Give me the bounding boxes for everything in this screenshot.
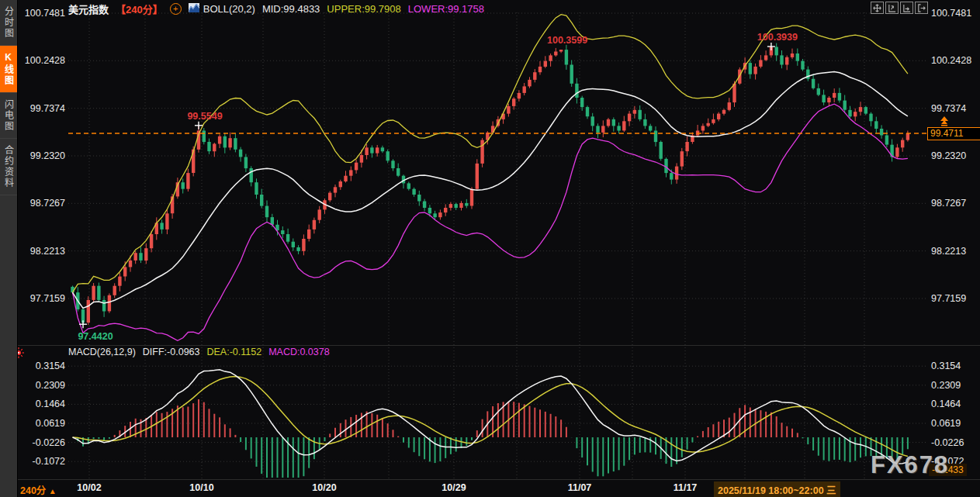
period-selector[interactable]: 240分 ▲ bbox=[20, 482, 57, 497]
macd-axis-label-left: 0.3154 bbox=[36, 361, 65, 371]
sidebar: 分时图K线图闪电图合约资料 bbox=[0, 0, 18, 497]
x-axis-date-label: 10/02 bbox=[66, 482, 113, 493]
time-axis-bar: 240分 ▲ 2025/11/19 18:00~22:00 三 10/0210/… bbox=[17, 480, 980, 497]
sidebar-tab-合约资料[interactable]: 合约资料 bbox=[0, 139, 17, 195]
candle-body bbox=[780, 55, 783, 64]
x-axis-date-label: 10/20 bbox=[301, 482, 348, 493]
candle-body bbox=[349, 170, 352, 175]
candle-body bbox=[260, 195, 263, 206]
symbol-name: 美元指数 bbox=[68, 2, 109, 16]
candle-body bbox=[864, 107, 867, 114]
boll-mid-value: MID:99.4833 bbox=[262, 3, 320, 15]
candle-body bbox=[296, 247, 300, 251]
candle-body bbox=[591, 116, 594, 126]
candle-body bbox=[92, 286, 95, 300]
candle-body bbox=[428, 208, 431, 213]
candle-body bbox=[182, 182, 185, 189]
candle-body bbox=[633, 110, 636, 114]
candle-body bbox=[764, 55, 767, 60]
annotation-label: 99.5549 bbox=[187, 111, 222, 122]
price-annotation: 99.5549 bbox=[187, 111, 222, 129]
candle-body bbox=[186, 173, 189, 189]
candle-body bbox=[660, 142, 663, 159]
candle-body bbox=[407, 183, 410, 188]
candle-body bbox=[775, 47, 778, 56]
macd-dea-line bbox=[73, 377, 908, 457]
candle-body bbox=[281, 230, 284, 234]
candle-body bbox=[339, 181, 342, 187]
candle-body bbox=[313, 220, 316, 230]
candle-body bbox=[355, 163, 358, 171]
y-axis-label-left: 99.7374 bbox=[30, 103, 65, 114]
candle-body bbox=[859, 107, 862, 112]
candle-body bbox=[601, 126, 604, 133]
candle-body bbox=[812, 79, 815, 88]
add-indicator-button[interactable]: + bbox=[170, 3, 182, 15]
sidebar-tab-分时图[interactable]: 分时图 bbox=[0, 0, 17, 46]
candle-body bbox=[538, 67, 542, 72]
candle-body bbox=[286, 234, 289, 242]
candle-body bbox=[701, 126, 705, 130]
candle-body bbox=[423, 202, 426, 209]
y-axis-label-left: 100.2428 bbox=[25, 55, 65, 66]
sidebar-tab-闪电图[interactable]: 闪电图 bbox=[0, 93, 17, 139]
period-badge[interactable]: 【240分】 bbox=[116, 2, 163, 16]
candle-body bbox=[586, 107, 589, 116]
candle-body bbox=[417, 195, 421, 202]
macd-dea-value: DEA:-0.1152 bbox=[206, 347, 261, 357]
x-axis-scale-button[interactable] bbox=[900, 2, 913, 14]
candle-body bbox=[628, 114, 631, 122]
chart-canvas[interactable]: 99.5549100.3599100.393997.4420100.748110… bbox=[0, 0, 980, 497]
candle-body bbox=[869, 114, 872, 122]
pan-right-button[interactable] bbox=[915, 2, 928, 14]
candle-body bbox=[685, 142, 688, 151]
candle-body bbox=[874, 121, 878, 129]
macd-diff-value: DIFF:-0.0963 bbox=[143, 347, 200, 357]
candle-body bbox=[334, 187, 337, 192]
candle-body bbox=[675, 167, 678, 180]
candle-body bbox=[707, 123, 710, 126]
candle-body bbox=[796, 53, 799, 61]
x-axis-date-label: 11/07 bbox=[556, 482, 603, 493]
candle-body bbox=[728, 102, 731, 110]
sidebar-tab-K线图[interactable]: K线图 bbox=[0, 46, 17, 93]
candle-body bbox=[854, 112, 857, 116]
x-axis-date-label: 11/17 bbox=[662, 482, 708, 493]
y-axis-label-right: 100.7481 bbox=[931, 8, 971, 19]
candle-body bbox=[203, 131, 206, 143]
y-axis-scale-button[interactable] bbox=[885, 2, 899, 14]
candle-body bbox=[123, 267, 126, 276]
boll-label: BOLL(20,2) bbox=[203, 3, 255, 15]
candle-body bbox=[607, 119, 610, 126]
y-axis-label-left: 98.2213 bbox=[30, 246, 65, 257]
candle-body bbox=[207, 142, 210, 151]
candle-body bbox=[822, 95, 825, 102]
candle-body bbox=[360, 155, 363, 163]
price-annotation: 100.3599 bbox=[547, 35, 587, 46]
price-alert-arrow-icon bbox=[939, 116, 950, 129]
candle-body bbox=[507, 106, 510, 114]
candle-body bbox=[680, 151, 684, 166]
candle-body bbox=[433, 213, 436, 217]
macd-axis-label-left: 0.1464 bbox=[36, 399, 65, 409]
candle-body bbox=[753, 67, 757, 74]
chart-type-icon[interactable] bbox=[189, 3, 199, 15]
candle-body bbox=[134, 253, 137, 261]
candle-body bbox=[307, 230, 310, 239]
candle-body bbox=[102, 300, 106, 312]
candle-body bbox=[438, 212, 442, 217]
watermark: FX678 bbox=[871, 451, 949, 479]
candle-body bbox=[97, 286, 100, 300]
candle-body bbox=[129, 261, 132, 267]
candle-body bbox=[785, 57, 788, 65]
candle-body bbox=[218, 136, 221, 144]
macd-axis-label-right: 0.1464 bbox=[931, 399, 961, 409]
y-axis-label-left: 97.7159 bbox=[30, 293, 65, 304]
candle-body bbox=[302, 239, 305, 251]
candle-body bbox=[386, 151, 390, 160]
candle-body bbox=[397, 168, 400, 176]
candle-body bbox=[801, 61, 804, 70]
candle-body bbox=[465, 203, 468, 206]
price-annotation: 97.4420 bbox=[78, 320, 113, 342]
move-tool-button[interactable] bbox=[871, 2, 884, 14]
